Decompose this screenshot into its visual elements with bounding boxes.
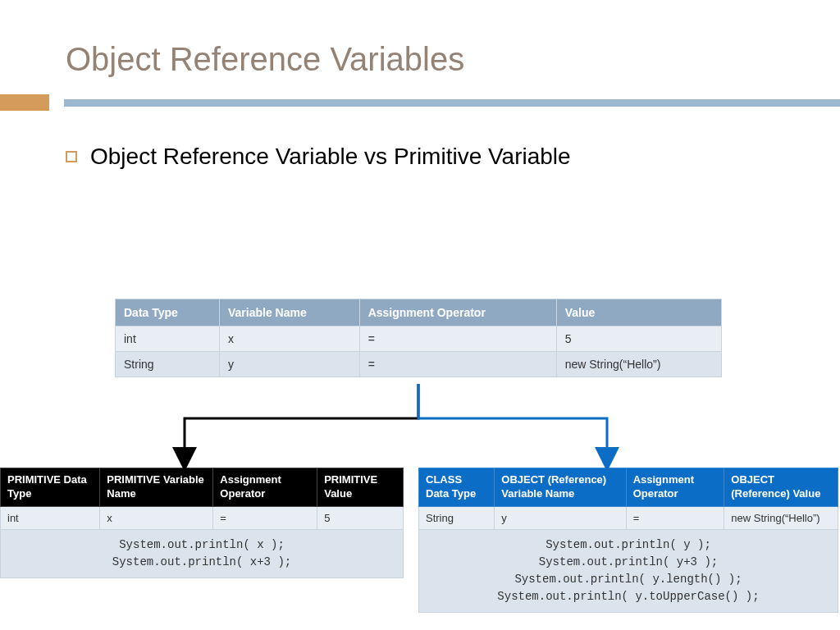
top-td: String	[116, 352, 220, 377]
divider-blue	[64, 99, 840, 107]
obj-td: =	[626, 506, 724, 529]
prim-td: int	[1, 506, 100, 529]
top-th-0: Data Type	[116, 299, 220, 326]
top-td: 5	[556, 326, 721, 352]
top-td: x	[220, 326, 360, 352]
table-row: int x = 5	[116, 326, 722, 352]
arrow-right-icon	[418, 384, 607, 459]
prim-th-3: PRIMITIVE Value	[317, 468, 404, 507]
prim-code: System.out.println( x ); System.out.prin…	[1, 529, 404, 578]
divider-gap	[49, 99, 64, 107]
prim-th-0: PRIMITIVE Data Type	[1, 468, 100, 507]
table-row: System.out.println( x ); System.out.prin…	[1, 529, 404, 578]
top-th-3: Value	[556, 299, 721, 326]
table-row: System.out.println( y ); System.out.prin…	[419, 529, 838, 612]
divider	[0, 94, 840, 111]
obj-code: System.out.println( y ); System.out.prin…	[419, 529, 838, 612]
prim-td: =	[213, 506, 317, 529]
top-td: new String(“Hello”)	[556, 352, 721, 377]
table-row: int x = 5	[1, 506, 404, 529]
top-th-1: Variable Name	[220, 299, 360, 326]
top-td: y	[220, 352, 360, 377]
top-td: =	[359, 326, 556, 352]
top-table: Data Type Variable Name Assignment Opera…	[115, 299, 722, 377]
prim-td: 5	[317, 506, 404, 529]
slide-title: Object Reference Variables	[0, 0, 840, 94]
table-row: String y = new String(“Hello”)	[116, 352, 722, 377]
bullet-row: Object Reference Variable vs Primitive V…	[0, 111, 840, 170]
top-th-2: Assignment Operator	[359, 299, 556, 326]
top-td: int	[116, 326, 220, 352]
obj-th-0: CLASS Data Type	[419, 468, 495, 507]
top-td: =	[359, 352, 556, 377]
obj-th-2: Assignment Operator	[626, 468, 724, 507]
obj-td: String	[419, 506, 495, 529]
square-bullet-icon	[66, 151, 77, 162]
bullet-text: Object Reference Variable vs Primitive V…	[90, 144, 571, 170]
object-table: CLASS Data Type OBJECT (Reference) Varia…	[418, 468, 838, 613]
table-row: String y = new String(“Hello”)	[419, 506, 838, 529]
prim-th-2: Assignment Operator	[213, 468, 317, 507]
obj-th-3: OBJECT (Reference) Value	[724, 468, 838, 507]
prim-td: x	[100, 506, 213, 529]
obj-th-1: OBJECT (Reference) Variable Name	[495, 468, 626, 507]
obj-td: new String(“Hello”)	[724, 506, 838, 529]
primitive-table: PRIMITIVE Data Type PRIMITIVE Variable N…	[0, 468, 404, 578]
obj-td: y	[495, 506, 626, 529]
prim-th-1: PRIMITIVE Variable Name	[100, 468, 213, 507]
arrow-left-icon	[185, 384, 418, 459]
divider-orange	[0, 94, 49, 111]
